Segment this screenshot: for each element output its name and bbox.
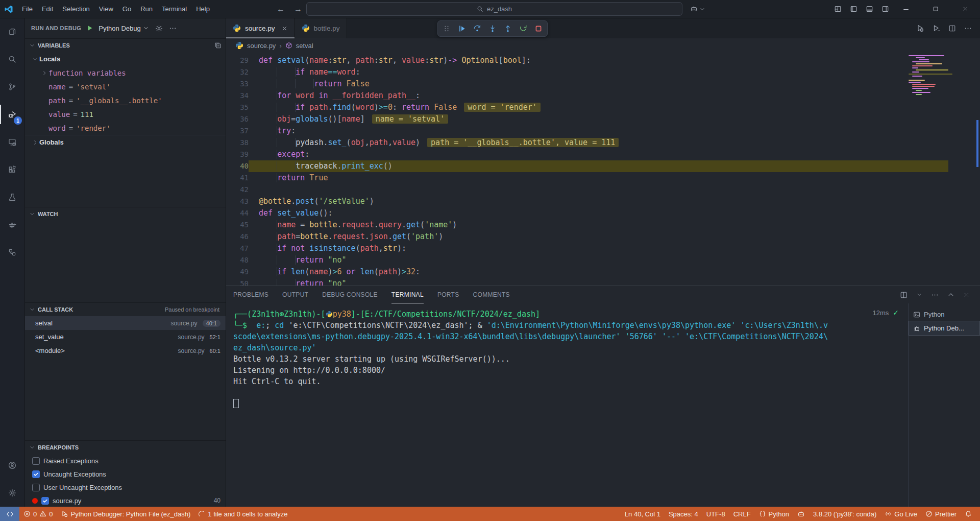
nav-back-icon[interactable]: ← xyxy=(277,5,285,14)
activity-remote-explorer-icon[interactable] xyxy=(0,128,24,156)
maximize-button[interactable] xyxy=(921,0,950,18)
copilot[interactable] xyxy=(793,510,809,518)
customize-layout-icon[interactable] xyxy=(834,5,842,13)
chevron-up-icon[interactable] xyxy=(947,291,954,298)
more-actions-icon[interactable] xyxy=(169,25,177,32)
activity-files-icon[interactable] xyxy=(0,18,24,45)
minimap[interactable] xyxy=(909,54,952,286)
variables-group-row[interactable]: Globals xyxy=(25,135,226,149)
panel-tab-terminal[interactable]: TERMINAL xyxy=(391,286,424,303)
toggle-panel-icon[interactable] xyxy=(866,5,873,13)
menu-terminal[interactable]: Terminal xyxy=(157,5,191,13)
terminal-session-python-deb-[interactable]: Python Deb... xyxy=(909,321,979,335)
split-editor-icon[interactable] xyxy=(900,291,908,299)
breakpoint-checkbox[interactable] xyxy=(32,470,40,478)
terminal[interactable]: 12ms ✓ ┌──(Z3n1th⊛Z3n1th)-[py38]-[E:/CTF… xyxy=(226,303,908,507)
breakpoints-header[interactable]: BREAKPOINTS xyxy=(25,440,226,454)
menu-view[interactable]: View xyxy=(94,5,118,13)
variable-row[interactable]: path='__globals__.bottle' xyxy=(25,93,226,107)
debug-run-icon[interactable] xyxy=(916,24,924,32)
debug-config-dropdown[interactable]: Python Debug xyxy=(99,25,149,32)
start-debug-icon[interactable] xyxy=(86,25,93,32)
command-center-search[interactable]: ez_dash xyxy=(306,2,682,16)
eol[interactable]: CRLF xyxy=(729,510,755,518)
line-number[interactable]: 34 xyxy=(226,90,249,102)
activity-testing-icon[interactable] xyxy=(0,183,24,211)
tab-bottle.py[interactable]: bottle.py xyxy=(295,18,347,38)
toggle-sidebar-icon[interactable] xyxy=(850,5,857,13)
prettier[interactable]: Prettier xyxy=(921,510,961,518)
line-number[interactable]: 45 xyxy=(226,219,249,231)
panel-tab-problems[interactable]: PROBLEMS xyxy=(233,286,268,303)
variables-header[interactable]: VARIABLES xyxy=(25,38,226,52)
breakpoint-checkbox[interactable] xyxy=(32,484,40,491)
variables-group-row[interactable]: Locals xyxy=(25,52,226,66)
line-number[interactable]: 50 xyxy=(226,278,249,286)
line-number[interactable]: 48 xyxy=(226,254,249,266)
line-number[interactable]: 38 xyxy=(226,137,249,149)
step-over-button[interactable] xyxy=(470,21,485,36)
chevron-down-icon[interactable] xyxy=(916,292,922,298)
line-number[interactable]: 42 xyxy=(226,184,249,196)
call-stack-frame[interactable]: setvalsource.py40:1 xyxy=(25,316,226,330)
more-icon[interactable] xyxy=(931,291,939,299)
line-number[interactable]: 36 xyxy=(226,113,249,125)
activity-docker-icon[interactable] xyxy=(0,211,24,239)
breakpoint-checkbox[interactable] xyxy=(41,497,49,505)
variable-row[interactable]: word='render' xyxy=(25,121,226,135)
grip-button[interactable] xyxy=(439,21,454,36)
run-dropdown-icon[interactable] xyxy=(932,24,940,32)
breadcrumb[interactable]: source.py›setval xyxy=(226,38,980,53)
activity-run-debug-icon[interactable]: 1 xyxy=(0,101,24,128)
toggle-secondary-sidebar-icon[interactable] xyxy=(881,5,889,13)
line-number[interactable]: 47 xyxy=(226,243,249,254)
line-number[interactable]: 35 xyxy=(226,102,249,113)
line-number[interactable]: 44 xyxy=(226,207,249,219)
notifications[interactable] xyxy=(961,510,976,517)
menu-selection[interactable]: Selection xyxy=(58,5,94,13)
variable-row[interactable]: name='setval' xyxy=(25,80,226,93)
problems-status[interactable]: 00 xyxy=(19,510,57,518)
collapse-all-icon[interactable] xyxy=(214,42,222,49)
breakpoint-row[interactable]: User Uncaught Exceptions xyxy=(25,481,226,494)
variables-group-row[interactable]: function variables xyxy=(25,66,226,80)
terminal-session-python[interactable]: Python xyxy=(909,307,979,321)
breakpoint-row[interactable]: Raised Exceptions xyxy=(25,454,226,467)
close-icon[interactable] xyxy=(963,292,970,298)
activity-extensions-icon[interactable] xyxy=(0,156,24,183)
line-number[interactable]: 41 xyxy=(226,172,249,184)
menu-run[interactable]: Run xyxy=(136,5,157,13)
stop-button[interactable] xyxy=(531,21,546,36)
activity-source-control-icon[interactable] xyxy=(0,73,24,101)
panel-tab-debug-console[interactable]: DEBUG CONSOLE xyxy=(322,286,378,303)
python-interpreter[interactable]: 3.8.20 ('py38': conda) xyxy=(809,510,880,518)
activity-blocks-icon[interactable] xyxy=(0,239,24,266)
activity-account-icon[interactable] xyxy=(0,452,24,479)
call-stack-frame[interactable]: set_valuesource.py52:1 xyxy=(25,330,226,344)
code-editor[interactable]: 29def setval(name:str, path:str, value:s… xyxy=(226,53,980,286)
nav-forward-icon[interactable]: → xyxy=(294,5,302,14)
step-into-button[interactable] xyxy=(485,21,500,36)
copilot-icon[interactable] xyxy=(690,5,698,13)
breadcrumb-item[interactable]: setval xyxy=(296,42,313,50)
activity-settings-gear-icon[interactable] xyxy=(0,479,24,507)
line-number[interactable]: 29 xyxy=(226,55,249,66)
editor-scrollbar[interactable] xyxy=(976,120,978,167)
menu-edit[interactable]: Edit xyxy=(37,5,58,13)
line-number[interactable]: 39 xyxy=(226,149,249,160)
breadcrumb-item[interactable]: source.py xyxy=(247,42,276,50)
line-number[interactable]: 49 xyxy=(226,266,249,278)
breakpoint-row[interactable]: Uncaught Exceptions xyxy=(25,467,226,481)
line-number[interactable]: 46 xyxy=(226,231,249,243)
watch-header[interactable]: WATCH xyxy=(25,207,226,221)
split-editor-icon[interactable] xyxy=(948,25,956,32)
language-mode[interactable]: Python xyxy=(755,510,793,518)
cursor-position[interactable]: Ln 40, Col 1 xyxy=(621,510,665,518)
line-number[interactable]: 43 xyxy=(226,196,249,207)
panel-tab-comments[interactable]: COMMENTS xyxy=(473,286,510,303)
activity-search-icon[interactable] xyxy=(0,45,24,73)
line-number[interactable]: 37 xyxy=(226,125,249,137)
gear-icon[interactable] xyxy=(155,25,163,32)
tab-source.py[interactable]: source.py xyxy=(226,18,295,38)
line-number[interactable]: 33 xyxy=(226,78,249,90)
